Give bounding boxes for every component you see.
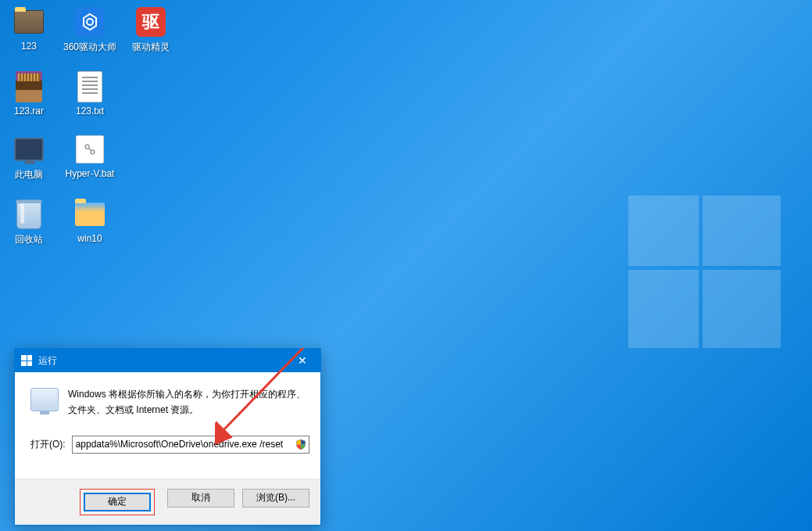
dialog-footer: 确定 取消 浏览(B)...	[15, 479, 320, 525]
rar-archive-icon	[16, 71, 42, 102]
svg-point-1	[87, 19, 93, 25]
desktop-icon-driver-genius[interactable]: 驱 驱动精灵	[131, 6, 170, 54]
desktop-area: 123 360驱动大师 驱 驱动精灵 123.rar 123.txt 此	[9, 6, 170, 264]
svg-line-4	[88, 148, 91, 150]
computer-icon	[14, 138, 44, 161]
recycle-bin-icon	[16, 199, 41, 229]
title-bar[interactable]: 运行 ✕	[15, 349, 320, 372]
windows-logo-wallpaper	[628, 196, 781, 348]
close-icon: ✕	[298, 354, 307, 367]
driver-app-icon: 驱	[136, 7, 166, 37]
dialog-description: Windows 将根据你所输入的名称，为你打开相应的程序、文件夹、文档或 Int…	[68, 386, 309, 418]
browse-button[interactable]: 浏览(B)...	[242, 489, 309, 508]
batch-file-icon	[76, 135, 104, 163]
close-button[interactable]: ✕	[284, 349, 320, 372]
ok-button[interactable]: 确定	[84, 493, 151, 511]
run-dialog: 运行 ✕ Windows 将根据你所输入的名称，为你打开相应的程序、文件夹、文档…	[14, 348, 321, 526]
desktop-icon-win10-folder[interactable]: win10	[70, 199, 109, 246]
gear-hex-icon	[75, 7, 105, 37]
run-dialog-icon	[30, 388, 59, 411]
svg-marker-0	[84, 14, 96, 30]
open-label: 打开(O):	[30, 438, 66, 451]
cancel-button[interactable]: 取消	[167, 489, 234, 508]
desktop-icon-folder-123[interactable]: 123	[9, 6, 48, 54]
folder-icon	[75, 203, 105, 226]
desktop-icon-123-rar[interactable]: 123.rar	[9, 71, 48, 117]
command-input[interactable]	[72, 436, 309, 454]
dialog-title: 运行	[38, 354, 57, 368]
desktop-icon-this-pc[interactable]: 此电脑	[9, 134, 48, 181]
text-file-icon	[77, 71, 102, 102]
desktop-icon-123-txt[interactable]: 123.txt	[70, 71, 109, 117]
desktop-icon-recycle-bin[interactable]: 回收站	[9, 199, 48, 246]
annotation-highlight-box: 确定	[80, 489, 155, 515]
windows-icon	[21, 355, 32, 366]
desktop-icon-hyperv-bat[interactable]: Hyper-V.bat	[70, 134, 109, 181]
folder-icon	[14, 10, 44, 34]
desktop-icon-360-driver[interactable]: 360驱动大师	[70, 6, 109, 54]
